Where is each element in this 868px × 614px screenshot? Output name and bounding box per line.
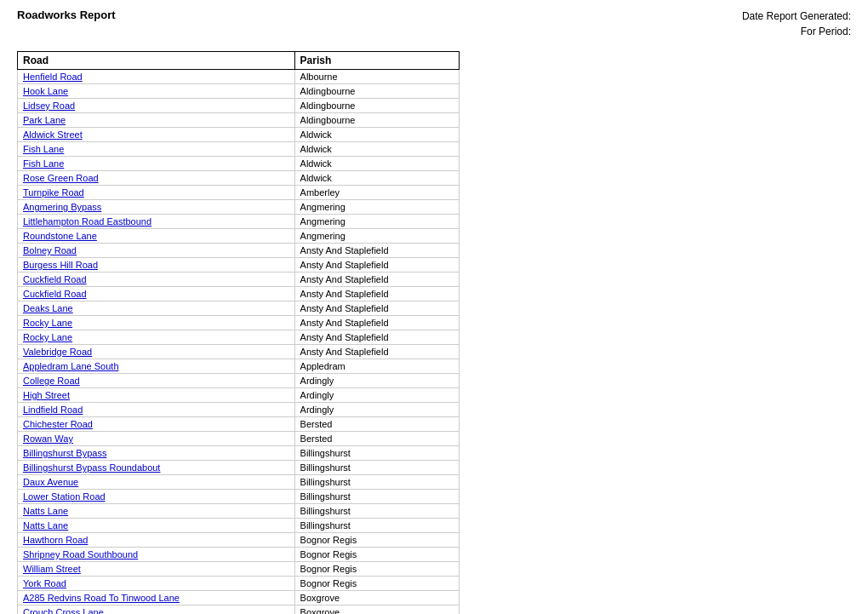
parish-cell: Aldingbourne xyxy=(294,99,459,113)
parish-cell: Billingshurst xyxy=(294,504,459,519)
road-link[interactable]: Aldwick Street xyxy=(23,129,83,140)
road-cell[interactable]: Henfield Road xyxy=(18,70,295,84)
road-link[interactable]: Burgess Hill Road xyxy=(23,260,98,270)
table-row: William StreetBognor Regis xyxy=(18,562,460,577)
road-link[interactable]: Hawthorn Road xyxy=(23,535,88,545)
parish-cell: Aldwick xyxy=(294,128,459,142)
road-link[interactable]: Daux Avenue xyxy=(23,477,78,487)
table-row: Lidsey RoadAldingbourne xyxy=(18,99,460,113)
road-cell[interactable]: Hawthorn Road xyxy=(18,533,295,548)
road-link[interactable]: Turnpike Road xyxy=(23,187,84,198)
road-cell[interactable]: Angmering Bypass xyxy=(18,200,295,215)
period-label: For Period: xyxy=(742,24,851,39)
road-cell[interactable]: Rocky Lane xyxy=(18,316,295,330)
road-link[interactable]: Rowan Way xyxy=(23,433,73,444)
road-link[interactable]: Cuckfield Road xyxy=(23,289,87,299)
parish-cell: Ansty And Staplefield xyxy=(294,301,459,316)
road-link[interactable]: Fish Lane xyxy=(23,144,64,154)
road-cell[interactable]: Natts Lane xyxy=(18,519,295,533)
road-link[interactable]: Billingshurst Bypass Roundabout xyxy=(23,462,160,473)
road-cell[interactable]: Lidsey Road xyxy=(18,99,295,113)
road-cell[interactable]: Park Lane xyxy=(18,113,295,128)
parish-cell: Ardingly xyxy=(294,374,459,388)
road-link[interactable]: A285 Redvins Road To Tinwood Lane xyxy=(23,593,180,603)
parish-cell: Billingshurst xyxy=(294,475,459,490)
road-cell[interactable]: Appledram Lane South xyxy=(18,359,295,374)
parish-cell: Aldwick xyxy=(294,171,459,186)
road-link[interactable]: Rose Green Road xyxy=(23,173,99,183)
parish-cell: Boxgrove xyxy=(294,591,459,605)
table-header-row: Road Parish xyxy=(18,52,460,70)
parish-cell: Aldingbourne xyxy=(294,113,459,128)
table-row: Henfield RoadAlbourne xyxy=(18,70,460,84)
table-row: Fish LaneAldwick xyxy=(18,142,460,157)
table-row: A285 Redvins Road To Tinwood LaneBoxgrov… xyxy=(18,591,460,605)
road-link[interactable]: Lidsey Road xyxy=(23,100,75,111)
road-cell[interactable]: William Street xyxy=(18,562,295,577)
road-cell[interactable]: Hook Lane xyxy=(18,84,295,99)
road-cell[interactable]: Rose Green Road xyxy=(18,171,295,186)
road-cell[interactable]: High Street xyxy=(18,388,295,403)
road-link[interactable]: Shripney Road Southbound xyxy=(23,549,138,559)
road-link[interactable]: Rocky Lane xyxy=(23,332,72,342)
road-cell[interactable]: Natts Lane xyxy=(18,504,295,519)
road-link[interactable]: Fish Lane xyxy=(23,158,64,169)
road-link[interactable]: College Road xyxy=(23,376,80,386)
road-link[interactable]: Lindfield Road xyxy=(23,405,83,415)
road-cell[interactable]: Chichester Road xyxy=(18,417,295,432)
road-cell[interactable]: Littlehampton Road Eastbound xyxy=(18,215,295,229)
road-link[interactable]: William Street xyxy=(23,564,81,574)
road-cell[interactable]: York Road xyxy=(18,577,295,591)
road-cell[interactable]: Burgess Hill Road xyxy=(18,258,295,273)
table-row: Burgess Hill RoadAnsty And Staplefield xyxy=(18,258,460,273)
road-link[interactable]: Appledram Lane South xyxy=(23,361,119,371)
road-cell[interactable]: Fish Lane xyxy=(18,157,295,171)
road-cell[interactable]: Bolney Road xyxy=(18,244,295,258)
road-link[interactable]: Lower Station Road xyxy=(23,491,106,502)
road-link[interactable]: Natts Lane xyxy=(23,520,68,531)
road-link[interactable]: Deaks Lane xyxy=(23,303,73,313)
road-link[interactable]: Roundstone Lane xyxy=(23,231,97,241)
road-link[interactable]: Crouch Cross Lane xyxy=(23,607,104,614)
road-link[interactable]: Natts Lane xyxy=(23,506,68,516)
parish-cell: Bognor Regis xyxy=(294,548,459,562)
road-cell[interactable]: Turnpike Road xyxy=(18,186,295,200)
road-cell[interactable]: Billingshurst Bypass Roundabout xyxy=(18,461,295,475)
report-title: Roadworks Report xyxy=(17,9,116,39)
road-cell[interactable]: Shripney Road Southbound xyxy=(18,548,295,562)
road-cell[interactable]: Deaks Lane xyxy=(18,301,295,316)
road-cell[interactable]: Lindfield Road xyxy=(18,403,295,417)
road-link[interactable]: Henfield Road xyxy=(23,72,83,82)
road-link[interactable]: Park Lane xyxy=(23,115,66,125)
parish-cell: Ansty And Staplefield xyxy=(294,316,459,330)
road-cell[interactable]: College Road xyxy=(18,374,295,388)
parish-cell: Appledram xyxy=(294,359,459,374)
road-cell[interactable]: Aldwick Street xyxy=(18,128,295,142)
road-cell[interactable]: Billingshurst Bypass xyxy=(18,446,295,461)
road-cell[interactable]: Rocky Lane xyxy=(18,330,295,345)
road-link[interactable]: Valebridge Road xyxy=(23,347,92,357)
road-link[interactable]: Angmering Bypass xyxy=(23,202,101,212)
table-row: Rowan WayBersted xyxy=(18,432,460,446)
road-cell[interactable]: Cuckfield Road xyxy=(18,273,295,287)
road-cell[interactable]: Rowan Way xyxy=(18,432,295,446)
road-cell[interactable]: Valebridge Road xyxy=(18,345,295,359)
road-cell[interactable]: Crouch Cross Lane xyxy=(18,605,295,615)
road-cell[interactable]: Lower Station Road xyxy=(18,490,295,504)
road-link[interactable]: Billingshurst Bypass xyxy=(23,448,106,458)
road-link[interactable]: Hook Lane xyxy=(23,86,68,96)
road-link[interactable]: Chichester Road xyxy=(23,419,93,429)
road-link[interactable]: Rocky Lane xyxy=(23,318,72,328)
road-link[interactable]: Cuckfield Road xyxy=(23,274,87,284)
road-link[interactable]: High Street xyxy=(23,390,70,400)
road-cell[interactable]: A285 Redvins Road To Tinwood Lane xyxy=(18,591,295,605)
road-link[interactable]: Littlehampton Road Eastbound xyxy=(23,216,151,227)
road-cell[interactable]: Daux Avenue xyxy=(18,475,295,490)
road-cell[interactable]: Fish Lane xyxy=(18,142,295,157)
road-cell[interactable]: Cuckfield Road xyxy=(18,287,295,301)
road-link[interactable]: York Road xyxy=(23,578,66,588)
road-cell[interactable]: Roundstone Lane xyxy=(18,229,295,244)
parish-cell: Amberley xyxy=(294,186,459,200)
road-link[interactable]: Bolney Road xyxy=(23,245,77,255)
table-row: Lower Station RoadBillingshurst xyxy=(18,490,460,504)
